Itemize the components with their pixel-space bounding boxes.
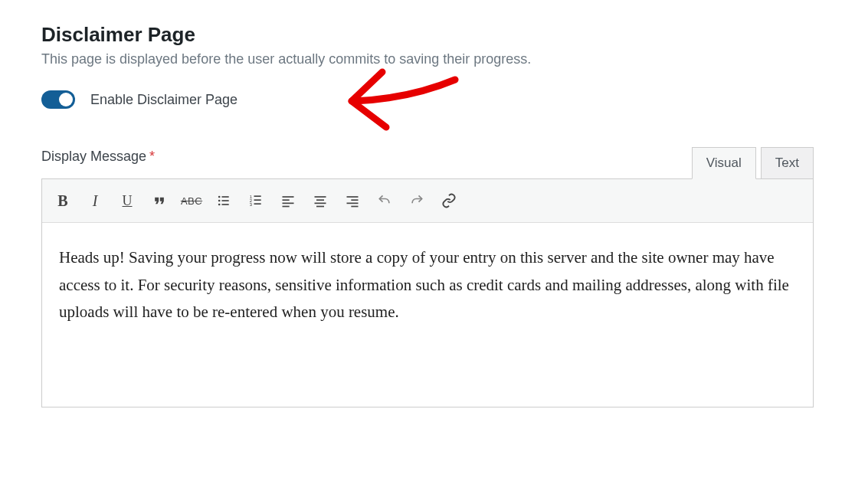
undo-button[interactable] (369, 185, 401, 216)
svg-rect-22 (347, 203, 359, 205)
svg-rect-20 (347, 196, 359, 198)
tab-visual[interactable]: Visual (692, 147, 756, 179)
display-message-label-text: Display Message (41, 149, 146, 165)
italic-button[interactable]: I (79, 185, 111, 216)
strikethrough-icon: ABC (181, 195, 202, 207)
align-right-icon (345, 193, 360, 208)
link-button[interactable] (433, 185, 465, 216)
blockquote-button[interactable] (143, 185, 175, 216)
bold-icon: B (57, 192, 67, 210)
underline-button[interactable]: U (111, 185, 143, 216)
svg-point-2 (218, 204, 221, 206)
annotation-arrow-icon (340, 57, 470, 141)
svg-rect-23 (351, 206, 358, 208)
svg-point-1 (218, 200, 221, 202)
align-center-icon (313, 193, 328, 208)
align-center-button[interactable] (304, 185, 336, 216)
toggle-label: Enable Disclaimer Page (90, 92, 238, 108)
editor-tabs: Visual Text (692, 147, 814, 178)
link-icon (441, 193, 457, 208)
svg-rect-19 (316, 206, 324, 208)
undo-icon (377, 193, 392, 208)
align-left-button[interactable] (272, 185, 304, 216)
svg-rect-15 (283, 206, 290, 208)
svg-rect-17 (316, 199, 324, 201)
svg-rect-5 (222, 204, 229, 205)
redo-button[interactable] (401, 185, 433, 216)
section-title: Disclaimer Page (41, 23, 814, 47)
strikethrough-button[interactable]: ABC (175, 185, 208, 216)
underline-icon: U (123, 193, 133, 209)
field-label: Display Message * (41, 149, 155, 165)
svg-rect-18 (315, 203, 326, 205)
section-description: This page is displayed before the user a… (41, 51, 814, 67)
svg-rect-13 (283, 199, 290, 201)
numbered-list-icon: 123 (248, 193, 264, 208)
align-right-button[interactable] (336, 185, 369, 216)
bold-button[interactable]: B (47, 185, 79, 216)
svg-rect-16 (315, 196, 326, 198)
required-indicator: * (149, 149, 155, 165)
bulleted-list-button[interactable] (208, 185, 240, 216)
editor: B I U ABC 123 (41, 178, 814, 407)
svg-rect-12 (283, 196, 294, 198)
editor-content-area[interactable]: Heads up! Saving your progress now will … (42, 223, 813, 407)
align-left-icon (280, 193, 296, 208)
editor-toolbar: B I U ABC 123 (42, 179, 813, 223)
svg-rect-10 (254, 199, 261, 201)
svg-rect-14 (283, 203, 294, 205)
italic-icon: I (93, 192, 98, 210)
tab-text[interactable]: Text (761, 147, 814, 178)
svg-rect-3 (222, 196, 229, 198)
blockquote-icon (152, 193, 167, 208)
numbered-list-button[interactable]: 123 (240, 185, 272, 216)
svg-text:3: 3 (250, 202, 252, 207)
svg-rect-21 (351, 199, 358, 201)
bulleted-list-icon (216, 193, 231, 208)
redo-icon (409, 193, 424, 208)
svg-rect-4 (222, 200, 229, 201)
svg-rect-11 (254, 203, 261, 205)
toggle-row: Enable Disclaimer Page (41, 90, 814, 109)
svg-rect-9 (254, 195, 261, 197)
toggle-knob (59, 93, 73, 106)
enable-disclaimer-toggle[interactable] (41, 90, 75, 109)
svg-point-0 (218, 196, 221, 198)
